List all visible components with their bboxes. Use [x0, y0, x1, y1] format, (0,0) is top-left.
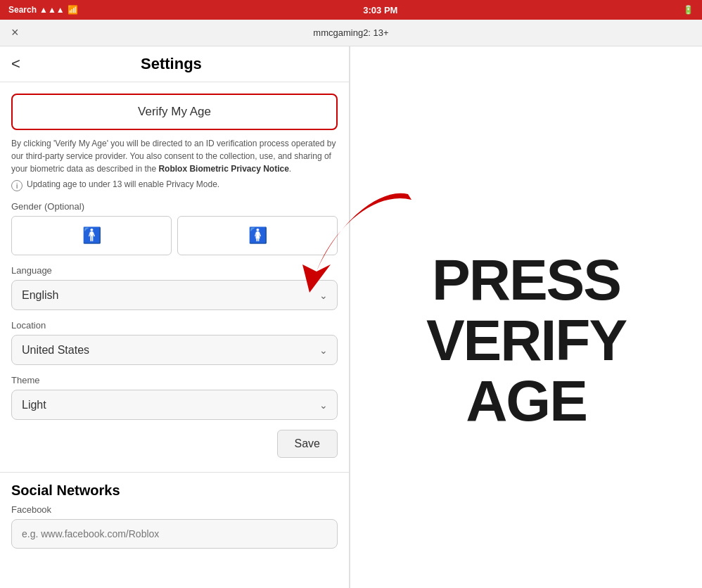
male-gender-button[interactable]: 🚹: [11, 216, 172, 255]
female-icon: 🚺: [248, 226, 267, 245]
theme-label: Theme: [11, 375, 338, 385]
gender-row: 🚹 🚺: [11, 216, 338, 255]
settings-title: Settings: [26, 55, 317, 73]
facebook-input[interactable]: [11, 519, 338, 549]
privacy-link[interactable]: Roblox Biometric Privacy Notice: [158, 164, 288, 174]
signal-icon: ▲▲▲: [39, 5, 65, 15]
back-button[interactable]: <: [11, 55, 20, 73]
url-text: mmcgaming2: 13+: [313, 27, 388, 38]
verify-age-button[interactable]: Verify My Age: [11, 94, 338, 130]
privacy-note: i Updating age to under 13 will enable P…: [11, 179, 338, 191]
save-row: Save: [11, 430, 338, 458]
right-panel: PRESS VERIFY AGE: [350, 46, 702, 588]
wifi-icon: 📶: [68, 5, 78, 15]
theme-dropdown-container: Light ⌄: [11, 390, 338, 420]
info-icon: i: [11, 180, 23, 191]
location-dropdown-container: United States ⌄: [11, 335, 338, 365]
location-wrapper: Location United States ⌄: [11, 320, 338, 365]
theme-select[interactable]: Light: [11, 390, 338, 420]
language-select[interactable]: English: [11, 280, 338, 310]
battery-icon: 🔋: [683, 5, 694, 15]
save-button[interactable]: Save: [277, 430, 338, 458]
language-wrapper: Language English ⌄: [11, 265, 338, 310]
theme-wrapper: Theme Light ⌄: [11, 375, 338, 420]
status-time: 3:03 PM: [363, 5, 397, 15]
status-left: Search ▲▲▲ 📶: [8, 5, 78, 15]
settings-header: < Settings: [0, 46, 349, 82]
phone-frame: < Settings Verify My Age By clicking 'Ve…: [0, 46, 350, 588]
browser-chrome: × mmcgaming2: 13+: [0, 20, 702, 46]
settings-content: Verify My Age By clicking 'Verify My Age…: [0, 82, 349, 560]
language-dropdown-container: English ⌄: [11, 280, 338, 310]
gender-label: Gender (Optional): [11, 201, 338, 212]
social-networks-title: Social Networks: [11, 482, 338, 499]
status-bar: Search ▲▲▲ 📶 3:03 PM 🔋: [0, 0, 702, 20]
divider: [0, 472, 349, 473]
male-icon: 🚹: [82, 226, 101, 245]
language-label: Language: [11, 265, 338, 276]
facebook-label: Facebook: [11, 504, 338, 515]
location-label: Location: [11, 320, 338, 331]
location-select[interactable]: United States: [11, 335, 338, 365]
carrier-text: Search: [8, 5, 37, 15]
close-icon[interactable]: ×: [11, 25, 19, 40]
overlay-text: PRESS VERIFY AGE: [426, 250, 626, 431]
status-right: 🔋: [683, 5, 694, 15]
verify-description: By clicking 'Verify My Age' you will be …: [11, 137, 338, 175]
